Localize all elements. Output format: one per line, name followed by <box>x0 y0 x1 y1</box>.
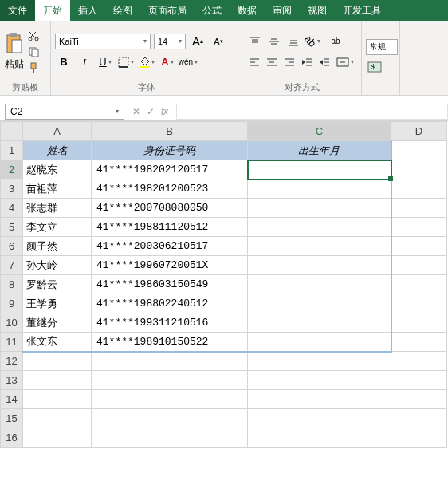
cell[interactable] <box>391 333 447 352</box>
cell[interactable] <box>248 352 391 371</box>
align-right-button[interactable] <box>281 53 297 71</box>
bold-button[interactable]: B <box>55 53 73 71</box>
cell[interactable] <box>248 275 391 294</box>
cell[interactable] <box>248 179 391 199</box>
format-painter-button[interactable] <box>26 61 41 75</box>
cell[interactable]: 41****200708080050 <box>92 199 248 218</box>
tab-home[interactable]: 开始 <box>35 0 70 21</box>
cell[interactable]: 身份证号码 <box>92 141 248 160</box>
tab-dev[interactable]: 开发工具 <box>335 0 389 21</box>
number-format-select[interactable]: 常规 <box>366 39 398 55</box>
cell-selected[interactable] <box>248 160 391 179</box>
cell[interactable]: 赵晓东 <box>23 160 92 179</box>
row-header[interactable]: 5 <box>1 218 23 237</box>
cell[interactable] <box>248 371 391 390</box>
phonetic-button[interactable]: wén▾ <box>179 53 197 71</box>
cell[interactable] <box>248 294 391 313</box>
col-header-a[interactable]: A <box>23 122 92 141</box>
cell[interactable]: 李文立 <box>23 218 92 237</box>
formula-input[interactable] <box>176 104 448 120</box>
cell[interactable]: 姓名 <box>23 141 92 160</box>
col-header-d[interactable]: D <box>391 122 447 141</box>
row-header[interactable]: 4 <box>1 199 23 218</box>
copy-button[interactable] <box>26 45 41 59</box>
decrease-font-button[interactable]: A▾ <box>210 33 227 50</box>
cell[interactable] <box>248 313 391 333</box>
cell[interactable]: 41****198603150549 <box>92 275 248 294</box>
cell[interactable] <box>391 313 447 333</box>
row-header[interactable]: 15 <box>1 409 23 428</box>
cell[interactable]: 41****200306210517 <box>92 237 248 256</box>
cell[interactable] <box>23 371 92 390</box>
align-left-button[interactable] <box>246 53 262 71</box>
font-name-select[interactable]: KaiTi▾ <box>55 34 151 49</box>
align-top-button[interactable] <box>246 33 264 50</box>
cell[interactable] <box>391 179 447 199</box>
cell[interactable]: 41****198802240512 <box>92 294 248 313</box>
align-middle-button[interactable] <box>265 33 283 50</box>
row-header[interactable]: 12 <box>1 352 23 371</box>
cell[interactable]: 孙大岭 <box>23 256 92 275</box>
cell[interactable] <box>23 409 92 428</box>
cell[interactable]: 张志群 <box>23 199 92 218</box>
row-header[interactable]: 13 <box>1 371 23 390</box>
cut-button[interactable] <box>26 29 41 43</box>
cell[interactable] <box>391 275 447 294</box>
tab-formula[interactable]: 公式 <box>195 0 230 21</box>
row-header[interactable]: 3 <box>1 179 23 199</box>
decrease-indent-button[interactable] <box>299 53 315 71</box>
name-box[interactable]: C2▾ <box>5 104 124 120</box>
cell[interactable] <box>391 294 447 313</box>
row-header[interactable]: 2 <box>1 160 23 179</box>
cell[interactable]: 41****198910150522 <box>92 333 248 352</box>
cell[interactable] <box>248 256 391 275</box>
row-header[interactable]: 8 <box>1 275 23 294</box>
cell[interactable] <box>391 237 447 256</box>
cell[interactable] <box>248 218 391 237</box>
cell[interactable] <box>391 409 447 428</box>
align-center-button[interactable] <box>264 53 280 71</box>
border-button[interactable]: ▾ <box>117 53 135 71</box>
wrap-text-button[interactable]: ab <box>323 33 348 50</box>
cancel-icon[interactable]: ✕ <box>132 106 140 117</box>
cell[interactable]: 颜子然 <box>23 237 92 256</box>
cell[interactable] <box>92 428 248 448</box>
cell[interactable]: 出生年月 <box>248 141 391 160</box>
fill-color-button[interactable]: ▾ <box>138 53 155 71</box>
cell[interactable] <box>391 428 447 448</box>
cell[interactable]: 罗黔云 <box>23 275 92 294</box>
cell[interactable]: 41****19960720051X <box>92 256 248 275</box>
cell[interactable] <box>391 256 447 275</box>
paste-button[interactable]: 粘贴 <box>4 32 25 71</box>
cell[interactable] <box>391 160 447 179</box>
cell[interactable] <box>391 352 447 371</box>
tab-layout[interactable]: 页面布局 <box>140 0 195 21</box>
col-header-c[interactable]: C <box>248 122 391 141</box>
select-all-corner[interactable] <box>1 122 23 141</box>
cell[interactable] <box>248 237 391 256</box>
italic-button[interactable]: I <box>76 53 93 71</box>
cell[interactable] <box>248 428 391 448</box>
cell[interactable]: 董继分 <box>23 313 92 333</box>
tab-file[interactable]: 文件 <box>0 0 35 21</box>
cell[interactable] <box>23 428 92 448</box>
orientation-button[interactable]: ab▾ <box>304 33 321 50</box>
cell[interactable] <box>92 371 248 390</box>
cell[interactable] <box>248 409 391 428</box>
cell[interactable] <box>391 390 447 409</box>
col-header-b[interactable]: B <box>92 122 248 141</box>
cell[interactable]: 张文东 <box>23 333 92 352</box>
tab-draw[interactable]: 绘图 <box>105 0 140 21</box>
tab-view[interactable]: 视图 <box>300 0 335 21</box>
cell[interactable] <box>92 352 248 371</box>
tab-data[interactable]: 数据 <box>230 0 265 21</box>
row-header[interactable]: 9 <box>1 294 23 313</box>
currency-button[interactable]: $ <box>366 58 383 76</box>
cell[interactable]: 苗祖萍 <box>23 179 92 199</box>
cell[interactable] <box>391 218 447 237</box>
row-header[interactable]: 14 <box>1 390 23 409</box>
cell[interactable]: 41****198201200523 <box>92 179 248 199</box>
cell[interactable] <box>391 199 447 218</box>
cell[interactable]: 王学勇 <box>23 294 92 313</box>
row-header[interactable]: 16 <box>1 428 23 448</box>
